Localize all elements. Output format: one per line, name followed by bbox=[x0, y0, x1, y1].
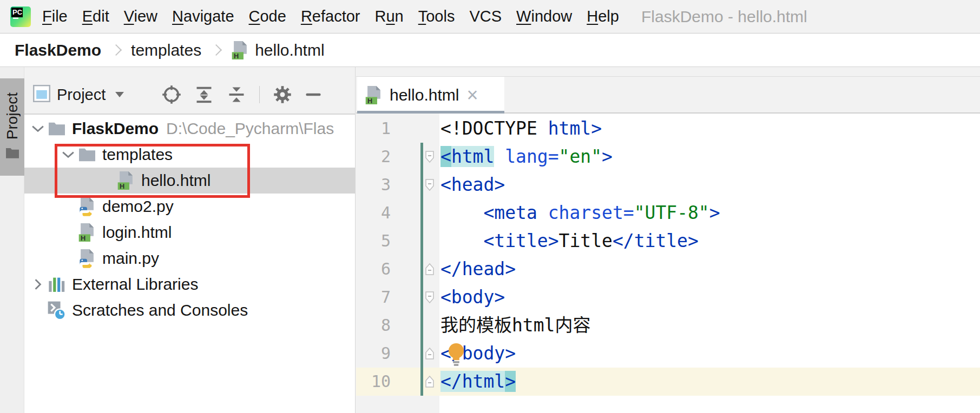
menu-file[interactable]: File bbox=[42, 8, 68, 25]
tree-item-label: External Libraries bbox=[72, 275, 198, 294]
breadcrumb-label: hello.html bbox=[255, 41, 324, 59]
locate-icon[interactable] bbox=[162, 85, 181, 104]
python-file-icon bbox=[77, 248, 97, 269]
tab-label: hello.html bbox=[390, 86, 459, 104]
tree-item-label: templates bbox=[102, 145, 173, 164]
code-line-7[interactable]: 7<body> bbox=[356, 283, 980, 311]
project-panel-toolbar bbox=[162, 85, 321, 104]
code-text: <title>Title</title> bbox=[440, 227, 699, 255]
code-line-6[interactable]: 6</head> bbox=[356, 255, 980, 283]
svg-text:H: H bbox=[234, 52, 239, 60]
fold-down-icon[interactable] bbox=[424, 178, 435, 194]
fold-up-icon[interactable] bbox=[424, 262, 435, 278]
line-number: 10 bbox=[356, 368, 391, 396]
menu-refactor[interactable]: Refactor bbox=[301, 8, 360, 25]
tree-item-templates[interactable]: templates bbox=[24, 142, 356, 168]
expand-all-icon[interactable] bbox=[194, 85, 214, 104]
code-editor[interactable]: 1<!DOCTYPE html>2<html lang="en">3<head>… bbox=[356, 114, 980, 413]
toolbar-separator bbox=[259, 86, 260, 103]
chevron-down-icon[interactable] bbox=[29, 124, 47, 133]
code-line-1[interactable]: 1<!DOCTYPE html> bbox=[356, 115, 980, 143]
tree-item-scratches-and-consoles[interactable]: Scratches and Consoles bbox=[24, 297, 356, 323]
line-number: 6 bbox=[356, 255, 391, 283]
menu-navigate[interactable]: Navigate bbox=[172, 8, 234, 25]
tree-item-login-html[interactable]: Hlogin.html bbox=[24, 219, 356, 245]
code-line-5[interactable]: 5 <title>Title</title> bbox=[356, 227, 980, 255]
line-number: 3 bbox=[356, 171, 391, 199]
fold-up-icon[interactable] bbox=[424, 347, 435, 363]
menu-window[interactable]: Window bbox=[516, 8, 572, 25]
tree-item-flaskdemo[interactable]: FlaskDemoD:\Code_Pycharm\Flas bbox=[24, 116, 356, 142]
code-line-10[interactable]: 10</html> bbox=[356, 368, 980, 396]
breadcrumb-item-templates[interactable]: templates bbox=[131, 41, 201, 59]
code-line-8[interactable]: 8我的模板html内容 bbox=[356, 311, 980, 339]
project-toolwindow: Project FlaskDemoD:\Code_Pycharm\Flastem… bbox=[24, 67, 356, 413]
breadcrumb-item-hello-html[interactable]: Hhello.html bbox=[231, 40, 324, 61]
settings-gear-icon[interactable] bbox=[273, 85, 292, 104]
editor-tabbar: H hello.html × bbox=[356, 67, 980, 114]
code-text: </head> bbox=[440, 255, 516, 283]
project-tree: FlaskDemoD:\Code_Pycharm\FlastemplatesHh… bbox=[24, 116, 356, 413]
menubar: PC FileEditViewNavigateCodeRefactorRunTo… bbox=[0, 0, 980, 34]
breadcrumb-chevron-icon bbox=[211, 44, 222, 56]
breadcrumb-label: templates bbox=[131, 41, 201, 59]
menu-code[interactable]: Code bbox=[249, 8, 286, 25]
fold-down-icon[interactable] bbox=[424, 150, 435, 166]
project-panel-header: Project bbox=[24, 67, 356, 115]
line-number: 9 bbox=[356, 339, 391, 368]
breadcrumb-item-flaskdemo[interactable]: FlaskDemo bbox=[15, 41, 101, 59]
breadcrumb: FlaskDemotemplatesHhello.html bbox=[0, 34, 980, 67]
menu-tools[interactable]: Tools bbox=[418, 8, 455, 25]
code-text: <head> bbox=[440, 171, 505, 199]
vcs-change-bar bbox=[420, 143, 423, 396]
line-number: 1 bbox=[356, 115, 391, 143]
line-number: 4 bbox=[356, 199, 391, 227]
breadcrumb-chevron-icon bbox=[110, 44, 122, 56]
tree-item-demo2-py[interactable]: demo2.py bbox=[24, 194, 356, 219]
line-number: 5 bbox=[356, 227, 391, 255]
tool-window-icon bbox=[33, 85, 50, 104]
tree-item-main-py[interactable]: main.py bbox=[24, 245, 356, 271]
svg-text:H: H bbox=[367, 97, 372, 105]
chevron-down-icon[interactable] bbox=[115, 92, 124, 97]
code-line-2[interactable]: 2<html lang="en"> bbox=[356, 143, 980, 171]
intention-lightbulb-icon[interactable] bbox=[447, 342, 465, 369]
fold-up-icon[interactable] bbox=[424, 375, 435, 391]
project-stripe-tab[interactable]: Project bbox=[0, 78, 24, 176]
tree-item-label: FlaskDemo bbox=[72, 119, 159, 138]
code-lines: 1<!DOCTYPE html>2<html lang="en">3<head>… bbox=[356, 115, 980, 396]
scratches-icon bbox=[47, 301, 67, 320]
tree-item-external-libraries[interactable]: External Libraries bbox=[24, 271, 356, 297]
project-panel-title[interactable]: Project bbox=[57, 86, 106, 104]
fold-down-icon[interactable] bbox=[424, 290, 435, 307]
hide-icon[interactable] bbox=[305, 85, 321, 104]
tree-item-path: D:\Code_Pycharm\Flas bbox=[166, 119, 334, 138]
menu-run[interactable]: Run bbox=[375, 8, 404, 25]
html-file-icon: H bbox=[365, 85, 383, 105]
tab-hello-html[interactable]: H hello.html × bbox=[357, 77, 504, 114]
menu-help[interactable]: Help bbox=[587, 8, 619, 25]
code-text: </html> bbox=[440, 368, 516, 396]
panel-editor-divider[interactable] bbox=[355, 67, 356, 413]
project-stripe-label: Project bbox=[4, 92, 21, 139]
tree-item-label: hello.html bbox=[141, 171, 211, 190]
pycharm-window: PC FileEditViewNavigateCodeRefactorRunTo… bbox=[0, 0, 980, 413]
breadcrumb-label: FlaskDemo bbox=[15, 41, 101, 59]
tree-item-hello-html[interactable]: Hhello.html bbox=[24, 168, 356, 194]
code-line-9[interactable]: 9</body> bbox=[356, 339, 980, 368]
code-line-4[interactable]: 4 <meta charset="UTF-8"> bbox=[356, 199, 980, 227]
tree-item-label: Scratches and Consoles bbox=[72, 301, 248, 319]
chevron-down-icon[interactable] bbox=[59, 150, 77, 159]
folder-icon bbox=[47, 121, 67, 137]
chevron-right-icon[interactable] bbox=[29, 278, 47, 290]
menu-edit[interactable]: Edit bbox=[82, 8, 109, 25]
line-number: 7 bbox=[356, 283, 391, 311]
window-title: FlaskDemo - hello.html bbox=[641, 0, 807, 34]
collapse-all-icon[interactable] bbox=[227, 85, 246, 104]
code-line-3[interactable]: 3<head> bbox=[356, 171, 980, 199]
menu-view[interactable]: View bbox=[124, 8, 157, 25]
close-icon[interactable]: × bbox=[466, 85, 478, 105]
menu-vcs[interactable]: VCS bbox=[469, 8, 502, 25]
tree-item-label: demo2.py bbox=[102, 197, 174, 216]
folder-icon bbox=[77, 146, 97, 163]
